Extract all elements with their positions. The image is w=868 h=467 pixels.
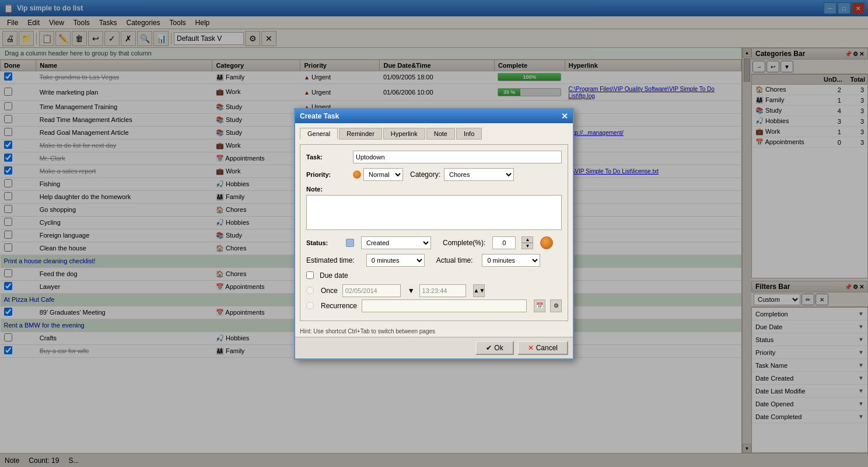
category-label: Category:: [410, 170, 440, 179]
cancel-button[interactable]: ✕ Cancel: [517, 341, 568, 355]
note-textarea[interactable]: [306, 195, 562, 230]
modal-title: Create Task: [300, 112, 339, 120]
task-row: Task:: [306, 151, 562, 163]
due-date-checkbox[interactable]: [306, 271, 314, 279]
time-input[interactable]: [419, 284, 466, 297]
cancel-label: Cancel: [536, 344, 558, 352]
complete-down-btn[interactable]: ▼: [522, 243, 533, 249]
ok-button[interactable]: ✔ Ok: [475, 341, 513, 355]
recurrence-row: Recurrence 📅 ⚙: [306, 299, 562, 312]
modal-close-btn[interactable]: ✕: [561, 111, 568, 121]
status-label: Status:: [306, 239, 341, 246]
priority-category-row: Priority: Normal Urgent Highest High Low…: [306, 168, 562, 181]
modal-content: Task: Priority: Normal Urgent Highest Hi…: [300, 144, 568, 321]
complete-up-btn[interactable]: ▲: [522, 236, 533, 243]
modal-overlay: Create Task ✕ General Reminder Hyperlink…: [0, 0, 868, 467]
recurrence-label: Recurrence: [321, 302, 357, 310]
task-label: Task:: [306, 154, 353, 161]
ok-label: Ok: [494, 344, 503, 352]
complete-spinner: ▲ ▼: [522, 236, 533, 249]
modal-tabs: General Reminder Hyperlink Note Info: [300, 128, 568, 140]
status-select[interactable]: Created In Progress Completed: [361, 236, 431, 249]
category-select[interactable]: Chores Family Study Work Hobbies Appoint…: [444, 168, 514, 181]
recurrence-input[interactable]: [362, 299, 527, 312]
once-radio[interactable]: [306, 287, 314, 294]
tab-general[interactable]: General: [300, 128, 338, 140]
priority-icon: [353, 170, 361, 179]
status-icon: [346, 239, 354, 247]
ok-checkmark: ✔: [486, 344, 492, 352]
actual-select[interactable]: 0 minutes 15 minutes 30 minutes: [482, 254, 540, 267]
once-row: Once ▼ ▲▼: [306, 284, 562, 297]
once-label: Once: [321, 287, 338, 295]
status-complete-row: Status: Created In Progress Completed Co…: [306, 236, 562, 249]
create-task-modal: Create Task ✕ General Reminder Hyperlink…: [294, 108, 574, 360]
priority-select[interactable]: Normal Urgent Highest High Low Lowest: [363, 168, 403, 181]
estimated-label: Estimated time:: [306, 256, 355, 264]
date-input[interactable]: [342, 284, 401, 297]
time-row: Estimated time: 0 minutes 15 minutes 30 …: [306, 254, 562, 267]
modal-hint: Hint: Use shortcut Ctrl+Tab to switch be…: [295, 326, 573, 337]
time-spinner-btn[interactable]: ▲▼: [473, 284, 485, 297]
recurrence-picker-btn[interactable]: 📅: [534, 299, 545, 312]
priority-label: Priority:: [306, 171, 353, 178]
recurrence-config-btn[interactable]: ⚙: [550, 299, 562, 312]
note-section: Note:: [306, 186, 562, 232]
complete-icon: [540, 236, 553, 249]
modal-title-bar: Create Task ✕: [295, 109, 573, 123]
date-arrow: ▼: [408, 287, 415, 295]
due-date-row: Due date: [306, 271, 562, 280]
note-label: Note:: [306, 186, 562, 193]
modal-body: General Reminder Hyperlink Note Info Tas…: [295, 123, 573, 326]
complete-input[interactable]: [492, 236, 516, 249]
recurrence-radio[interactable]: [306, 302, 314, 309]
task-input[interactable]: [353, 151, 562, 163]
due-date-label: Due date: [320, 271, 348, 280]
estimated-select[interactable]: 0 minutes 15 minutes 30 minutes 1 hour: [366, 254, 425, 267]
tab-hyperlink[interactable]: Hyperlink: [383, 128, 425, 140]
tab-reminder[interactable]: Reminder: [339, 128, 382, 140]
tab-note[interactable]: Note: [426, 128, 455, 140]
modal-footer: ✔ Ok ✕ Cancel: [295, 337, 573, 358]
cancel-x: ✕: [528, 344, 534, 352]
tab-info[interactable]: Info: [456, 128, 482, 140]
actual-label: Actual time:: [436, 256, 473, 264]
complete-label: Complete(%):: [443, 239, 485, 247]
